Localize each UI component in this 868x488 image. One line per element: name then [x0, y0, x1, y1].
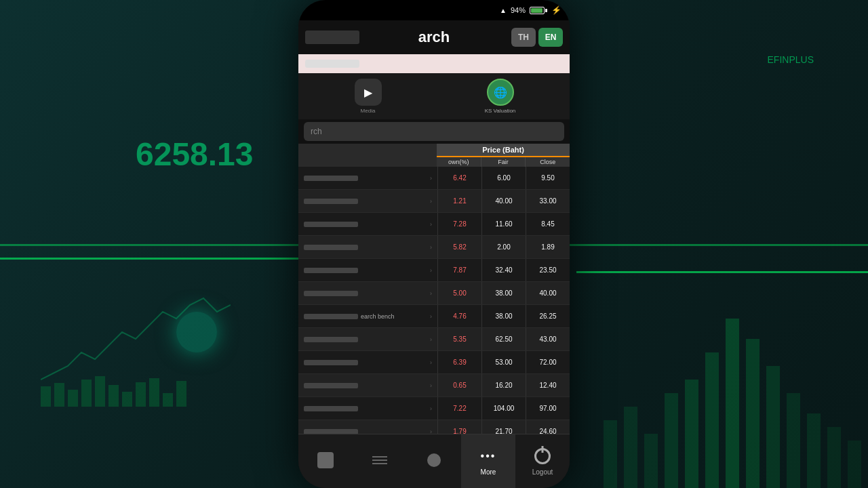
nav-label-logout: Logout — [532, 468, 553, 476]
app-icon-row: ▶ Media 🌐 KS Valuation — [298, 73, 570, 119]
svg-rect-20 — [136, 382, 146, 407]
nav-item-1[interactable] — [298, 434, 353, 488]
battery-icon — [530, 7, 547, 14]
row-down-pct: 4.76 — [437, 305, 481, 327]
status-bar: ▲ 94% ⚡ — [298, 0, 570, 20]
price-group-title: Price (Baht) — [437, 144, 570, 157]
row-name-cell: › — [298, 213, 437, 235]
charging-icon: ⚡ — [551, 5, 561, 15]
table-row[interactable]: ›1.7921.7024.60 — [298, 420, 570, 434]
svg-rect-19 — [122, 392, 132, 407]
row-close: 24.60 — [526, 420, 570, 434]
table-row[interactable]: ›7.22104.0097.00 — [298, 397, 570, 420]
svg-rect-23 — [176, 381, 186, 407]
svg-rect-12 — [848, 441, 861, 488]
row-name-cell: › — [298, 397, 437, 420]
battery-percent: 94% — [511, 6, 526, 14]
person-icon — [425, 451, 443, 470]
row-name-cell: earch bench› — [298, 305, 437, 327]
row-close: 97.00 — [526, 397, 570, 420]
row-name-cell: › — [298, 236, 437, 258]
lang-th-button[interactable]: TH — [511, 28, 536, 47]
row-down-pct: 5.35 — [437, 328, 481, 350]
row-fair: 6.00 — [481, 167, 526, 189]
stock-table: Price (Baht) own(%) Fair Close ›6.426.00… — [298, 144, 570, 434]
row-down-pct: 7.28 — [437, 213, 481, 235]
ks-valuation-icon[interactable]: 🌐 KS Valuation — [437, 79, 563, 114]
row-fair: 38.00 — [481, 305, 526, 327]
col-close: Close — [526, 157, 570, 167]
row-name-cell: › — [298, 420, 437, 434]
nav-label-more: More — [481, 468, 496, 476]
row-name-cell: › — [298, 328, 437, 350]
nav-item-3[interactable] — [407, 434, 461, 488]
svg-rect-8 — [766, 366, 780, 488]
row-down-pct: 1.79 — [437, 420, 481, 434]
blurred-logo — [305, 30, 359, 44]
svg-rect-7 — [746, 339, 760, 488]
row-fair: 16.20 — [481, 374, 526, 396]
table-header: Price (Baht) own(%) Fair Close — [298, 144, 570, 167]
table-row[interactable]: ›7.8732.4023.50 — [298, 259, 570, 282]
home-icon — [316, 451, 335, 470]
table-row[interactable]: ›5.3562.5043.00 — [298, 328, 570, 351]
bg-glow-circle — [176, 312, 217, 352]
price-group: Price (Baht) own(%) Fair Close — [437, 144, 570, 167]
price-sub-headers: own(%) Fair Close — [437, 157, 570, 167]
table-rows-container: ›6.426.009.50›1.2140.0033.00›7.2811.608.… — [298, 167, 570, 434]
table-row[interactable]: ›5.822.001.89 — [298, 236, 570, 259]
nav-item-logout[interactable]: Logout — [515, 434, 570, 488]
header-left — [305, 30, 359, 44]
svg-rect-15 — [68, 390, 78, 407]
table-row[interactable]: ›0.6516.2012.40 — [298, 374, 570, 397]
bottom-nav: ••• More Logout — [298, 434, 570, 488]
table-row[interactable]: ›7.2811.608.45 — [298, 213, 570, 236]
row-down-pct: 5.00 — [437, 282, 481, 304]
lang-switcher[interactable]: TH EN — [511, 28, 563, 47]
app-content: arch TH EN ▶ Media 🌐 — [298, 20, 570, 488]
row-fair: 2.00 — [481, 236, 526, 258]
bg-chart-value: 6258.13 — [136, 136, 254, 173]
table-row[interactable]: ›5.0038.0040.00 — [298, 282, 570, 305]
svg-rect-11 — [827, 427, 841, 488]
row-fair: 32.40 — [481, 259, 526, 281]
row-name-cell: › — [298, 259, 437, 281]
svg-rect-9 — [787, 393, 800, 488]
row-down-pct: 1.21 — [437, 190, 481, 212]
svg-rect-22 — [163, 393, 173, 407]
table-row[interactable]: ›6.3953.0072.00 — [298, 351, 570, 374]
search-filter-row[interactable] — [298, 54, 570, 73]
bg-chart-right — [597, 285, 868, 488]
row-down-pct: 6.39 — [437, 351, 481, 373]
nav-item-2[interactable] — [353, 434, 407, 488]
col-down: own(%) — [437, 157, 481, 167]
row-close: 12.40 — [526, 374, 570, 396]
row-down-pct: 6.42 — [437, 167, 481, 189]
bg-line-3 — [576, 271, 868, 273]
lang-en-button[interactable]: EN — [538, 28, 563, 47]
stock-search-placeholder: rch — [311, 127, 322, 136]
app-header: arch TH EN — [298, 20, 570, 54]
svg-rect-21 — [149, 378, 159, 407]
more-icon: ••• — [479, 447, 498, 466]
table-row[interactable]: ›1.2140.0033.00 — [298, 190, 570, 213]
stock-search-bar[interactable]: rch — [304, 122, 564, 141]
row-name-cell: › — [298, 374, 437, 396]
table-row[interactable]: earch bench›4.7638.0026.25 — [298, 305, 570, 328]
svg-rect-10 — [807, 413, 821, 488]
row-down-pct: 7.22 — [437, 397, 481, 420]
logout-icon — [533, 447, 552, 466]
svg-rect-18 — [108, 385, 119, 407]
table-header-name — [298, 144, 437, 167]
header-title: arch — [418, 28, 450, 46]
nav-item-more[interactable]: ••• More — [461, 434, 515, 488]
svg-rect-0 — [604, 420, 617, 488]
row-close: 9.50 — [526, 167, 570, 189]
table-row[interactable]: ›6.426.009.50 — [298, 167, 570, 190]
row-fair: 104.00 — [481, 397, 526, 420]
row-close: 72.00 — [526, 351, 570, 373]
row-fair: 21.70 — [481, 420, 526, 434]
row-name-cell: › — [298, 351, 437, 373]
row-close: 26.25 — [526, 305, 570, 327]
row-close: 23.50 — [526, 259, 570, 281]
